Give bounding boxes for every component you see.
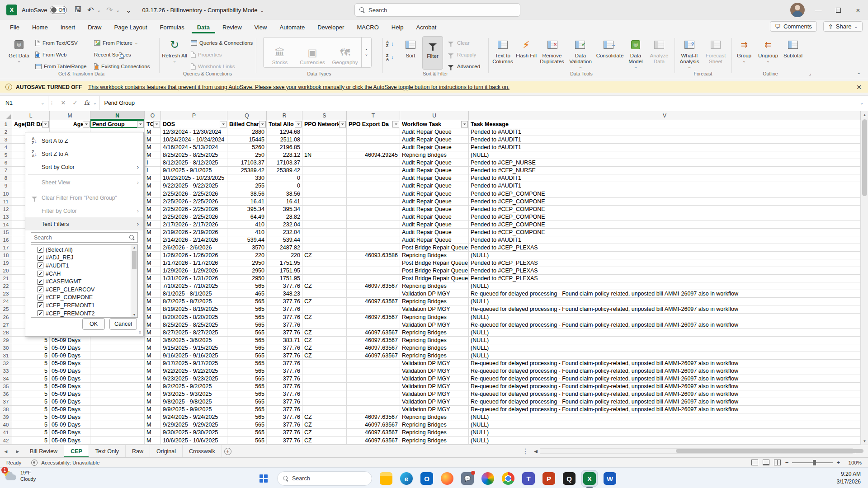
cell[interactable]: 9/29/2025 - 9/29/2025 xyxy=(161,421,227,428)
cell[interactable]: 2/25/2026 - 2/25/2026 xyxy=(161,190,227,197)
cell[interactable]: 46097.63567 xyxy=(347,337,400,344)
remove-duplicates-button[interactable]: × Remove Duplicates xyxy=(538,36,566,70)
cell[interactable]: Pended to #CEP_NURSE xyxy=(469,167,861,174)
cell[interactable]: 232.04 xyxy=(267,221,302,228)
get-data-button[interactable]: ⛁ Get Data⌄ xyxy=(6,36,32,70)
cell[interactable]: 46097.63567 xyxy=(347,352,400,359)
cell[interactable] xyxy=(347,128,400,136)
cell[interactable]: M xyxy=(145,144,161,151)
cell[interactable]: 1/29/2026 - 1/29/2026 xyxy=(161,267,227,274)
cell[interactable] xyxy=(302,375,347,382)
cell[interactable]: M xyxy=(145,344,161,352)
cell[interactable]: CZ xyxy=(302,337,347,344)
user-avatar[interactable] xyxy=(790,3,805,17)
cell[interactable]: 539.44 xyxy=(227,236,267,244)
cell[interactable] xyxy=(302,398,347,405)
cell[interactable]: 0 xyxy=(267,182,302,189)
cell[interactable]: M xyxy=(145,437,161,444)
formula-bar-splitter[interactable]: ⋮ xyxy=(48,96,55,110)
filter-dropdown-button-N[interactable] xyxy=(137,121,144,127)
cell[interactable]: 1/26/2026 - 1/26/2026 xyxy=(161,252,227,259)
cell[interactable]: Pended to #AUDIT1 xyxy=(469,144,861,151)
cell[interactable]: 348.23 xyxy=(267,290,302,297)
cell[interactable] xyxy=(302,144,347,151)
row-number[interactable]: 22 xyxy=(0,282,12,290)
cell[interactable]: 05-09 Days xyxy=(50,352,90,359)
cell[interactable] xyxy=(302,367,347,375)
cell[interactable]: 5 xyxy=(12,367,50,375)
cell[interactable]: M xyxy=(145,190,161,197)
cell[interactable]: Pended to #CEP_COMPONE xyxy=(469,198,861,205)
row-number[interactable]: 12 xyxy=(0,206,12,213)
vscroll-thumb[interactable] xyxy=(862,119,867,196)
cell[interactable]: 9/15/2025 - 9/15/2025 xyxy=(161,344,227,352)
chat-icon[interactable]: 💬 xyxy=(459,470,476,487)
cell[interactable]: CZ xyxy=(302,429,347,436)
undo-button[interactable]: ↶ xyxy=(84,4,97,16)
cell[interactable]: Pended to #AUDIT1 xyxy=(469,174,861,182)
cell[interactable]: Pended to #CEP_PLEXAS xyxy=(469,259,861,267)
cell[interactable]: 1N xyxy=(302,151,347,159)
cell[interactable]: 7/10/2025 - 7/10/2025 xyxy=(161,282,227,290)
sheet-nav-right-icon[interactable]: ► xyxy=(12,445,24,457)
row-number[interactable]: 8 xyxy=(0,174,12,182)
filter-list-item[interactable]: ✓#CEP_FREMONT1 xyxy=(31,301,131,310)
cell[interactable]: M xyxy=(145,198,161,205)
cell[interactable]: CZ xyxy=(302,437,347,444)
filter-list-item[interactable]: ✓#AUDIT1 xyxy=(31,262,131,270)
scroll-left-icon[interactable]: ◀ xyxy=(532,449,540,454)
outline-dialog-launcher[interactable]: ⌟ xyxy=(809,71,811,76)
cell[interactable] xyxy=(302,267,347,274)
filter-header-V[interactable]: Task Message xyxy=(469,120,861,128)
cell[interactable] xyxy=(347,159,400,166)
cell[interactable]: M xyxy=(145,136,161,143)
cell[interactable] xyxy=(302,182,347,189)
cell[interactable]: 377.76 xyxy=(267,314,302,321)
page-layout-view-icon[interactable] xyxy=(763,460,769,465)
cell[interactable]: Validation DP MGY xyxy=(400,367,469,375)
teams-icon[interactable]: T xyxy=(520,470,537,487)
ribbon-tab-help[interactable]: Help xyxy=(386,21,409,33)
sort-a-to-z-button[interactable]: AZ↓ xyxy=(386,39,394,49)
cell[interactable]: (NULL) xyxy=(469,337,861,344)
cell[interactable]: 10/23/2025 - 10/23/2025 xyxy=(161,174,227,182)
cell[interactable] xyxy=(90,429,145,436)
cell[interactable] xyxy=(302,390,347,398)
filter-value-list[interactable]: ✓(Select All)✓#ADJ_REJ✓#AUDIT1✓#CAH✓#CAS… xyxy=(31,244,138,318)
cell[interactable] xyxy=(347,406,400,413)
row-number[interactable]: 42 xyxy=(0,437,12,444)
vertical-scrollbar[interactable]: ▲ ▼ xyxy=(861,111,868,445)
cell[interactable]: 2950 xyxy=(227,259,267,267)
filter-header-U[interactable]: Workflow Task xyxy=(400,120,469,128)
cell[interactable]: 565 xyxy=(227,367,267,375)
zoom-level[interactable]: 100% xyxy=(844,460,862,465)
cell[interactable]: Pended to #CEP_NURSE xyxy=(469,159,861,166)
cell[interactable]: 46097.63567 xyxy=(347,421,400,428)
cell[interactable]: 5 xyxy=(12,360,50,367)
cell[interactable] xyxy=(302,174,347,182)
cell[interactable]: 465 xyxy=(227,290,267,297)
filter-header-L[interactable]: Age(BR Dat xyxy=(12,120,50,128)
cell[interactable]: 05-09 Days xyxy=(50,437,90,444)
cell[interactable]: CZ xyxy=(302,282,347,290)
row-number[interactable]: 11 xyxy=(0,198,12,205)
filter-dropdown-button-U[interactable] xyxy=(461,121,468,127)
cell[interactable] xyxy=(347,182,400,189)
cell[interactable]: 377.76 xyxy=(267,375,302,382)
ok-button[interactable]: OK xyxy=(82,318,105,330)
cell[interactable]: 9/24/2025 - 9/24/2025 xyxy=(161,413,227,421)
cell[interactable]: 5 xyxy=(12,406,50,413)
cell[interactable] xyxy=(90,337,145,344)
close-button[interactable]: × xyxy=(848,0,868,20)
cell[interactable]: Repricing Bridges xyxy=(400,344,469,352)
row-number[interactable]: 17 xyxy=(0,244,12,251)
cell[interactable]: CZ xyxy=(302,352,347,359)
cell[interactable] xyxy=(347,236,400,244)
taskbar-search-box[interactable]: Search xyxy=(277,471,372,486)
cell[interactable]: 9/30/2025 - 9/30/2025 xyxy=(161,429,227,436)
cell[interactable]: Validation DP MGY xyxy=(400,290,469,297)
cell[interactable]: 9/17/2025 - 9/17/2025 xyxy=(161,360,227,367)
cell[interactable]: CZ xyxy=(302,413,347,421)
cell[interactable] xyxy=(302,167,347,174)
cell[interactable]: Audit Repair Queue xyxy=(400,136,469,143)
